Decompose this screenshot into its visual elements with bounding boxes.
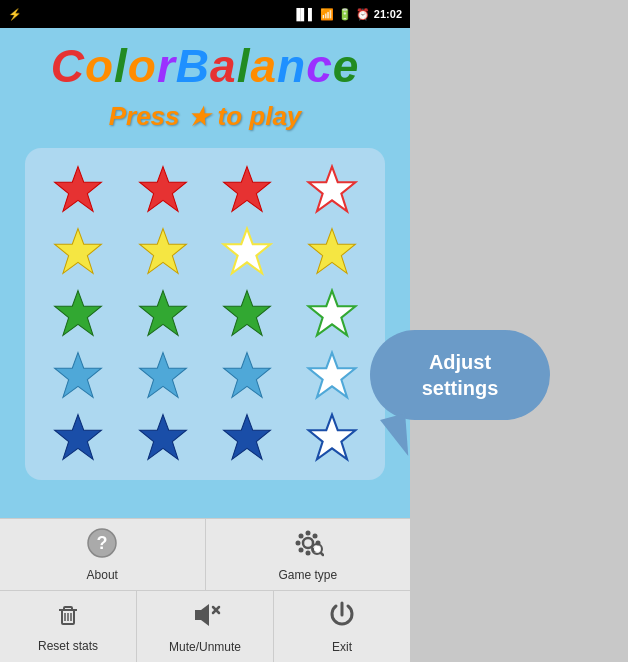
star-cell-r4c2[interactable]: [126, 350, 201, 402]
star-cell-r2c2[interactable]: [126, 226, 201, 278]
time-display: 21:02: [374, 8, 402, 20]
star-cell-r1c1[interactable]: [41, 164, 116, 216]
press-to-play: Press ★ to play: [109, 101, 302, 132]
svg-marker-11: [308, 291, 355, 336]
title-char-c2: c: [306, 40, 333, 92]
star-grid: [41, 164, 369, 464]
bottom-menu: ? About: [0, 518, 410, 662]
app-title: ColorBalance: [51, 39, 360, 93]
menu-row-1: ? About: [0, 519, 410, 591]
svg-marker-7: [308, 229, 355, 274]
title-char-l1: l: [114, 40, 128, 92]
svg-marker-14: [224, 353, 271, 398]
title-char-a1: a: [210, 40, 237, 92]
svg-point-30: [298, 548, 303, 553]
svg-marker-4: [55, 229, 102, 274]
star-cell-r1c3[interactable]: [210, 164, 285, 216]
svg-marker-2: [224, 167, 271, 212]
star-cell-r5c2[interactable]: [126, 412, 201, 464]
title-char-b: B: [176, 40, 210, 92]
press-label: Press: [109, 101, 180, 132]
svg-point-23: [305, 531, 310, 536]
mute-label: Mute/Unmute: [169, 640, 241, 654]
question-icon: ?: [86, 527, 118, 564]
title-char-n: n: [277, 40, 306, 92]
wifi-icon: 📶: [320, 8, 334, 21]
svg-point-29: [312, 534, 317, 539]
svg-marker-5: [139, 229, 186, 274]
svg-point-31: [314, 546, 320, 552]
exit-label: Exit: [332, 640, 352, 654]
status-icons-right: ▐▌▌ 📶 🔋 ⏰ 21:02: [292, 8, 402, 21]
svg-rect-36: [64, 607, 72, 610]
title-char-l2: l: [237, 40, 251, 92]
star-cell-r1c2[interactable]: [126, 164, 201, 216]
star-grid-area: [25, 148, 385, 480]
game-type-label: Game type: [278, 568, 337, 582]
svg-marker-19: [308, 415, 355, 460]
svg-marker-9: [139, 291, 186, 336]
mute-menu-item[interactable]: Mute/Unmute: [137, 591, 274, 662]
star-cell-r4c3[interactable]: [210, 350, 285, 402]
svg-marker-8: [55, 291, 102, 336]
star-cell-r3c3[interactable]: [210, 288, 285, 340]
menu-row-2: Reset stats Mute/Unmute: [0, 591, 410, 662]
status-icons-left: ⚡: [8, 8, 22, 21]
power-icon: [326, 599, 358, 636]
game-type-menu-item[interactable]: Game type: [206, 519, 411, 590]
star-icon: ★: [188, 103, 210, 131]
star-cell-r2c4[interactable]: [295, 226, 370, 278]
about-menu-item[interactable]: ? About: [0, 519, 206, 590]
settings-icon: [292, 527, 324, 564]
svg-line-33: [321, 553, 323, 555]
alarm-icon: ⏰: [356, 8, 370, 21]
reset-stats-menu-item[interactable]: Reset stats: [0, 591, 137, 662]
star-cell-r3c1[interactable]: [41, 288, 116, 340]
star-cell-r2c3[interactable]: [210, 226, 285, 278]
svg-marker-13: [139, 353, 186, 398]
trash-icon: [53, 600, 83, 635]
star-cell-r5c1[interactable]: [41, 412, 116, 464]
battery-icon: 🔋: [338, 8, 352, 21]
signal-icon: ▐▌▌: [292, 8, 315, 20]
speech-bubble: Adjustsettings: [370, 330, 550, 420]
svg-marker-0: [55, 167, 102, 212]
svg-text:?: ?: [97, 533, 108, 553]
star-cell-r3c2[interactable]: [126, 288, 201, 340]
star-cell-r2c1[interactable]: [41, 226, 116, 278]
svg-marker-18: [224, 415, 271, 460]
svg-marker-6: [224, 229, 271, 274]
status-bar: ⚡ ▐▌▌ 📶 🔋 ⏰ 21:02: [0, 0, 410, 28]
title-char-o1: o: [85, 40, 114, 92]
to-play-label: to play: [218, 101, 302, 132]
svg-point-24: [305, 551, 310, 556]
svg-marker-10: [224, 291, 271, 336]
title-char-a2: a: [250, 40, 277, 92]
svg-marker-40: [195, 604, 209, 626]
speech-bubble-container: Adjustsettings: [340, 330, 590, 420]
svg-marker-3: [308, 167, 355, 212]
svg-point-22: [303, 538, 313, 548]
speech-bubble-text: Adjustsettings: [422, 349, 499, 401]
app-body: ColorBalance Press ★ to play: [0, 28, 410, 518]
svg-marker-16: [55, 415, 102, 460]
about-label: About: [87, 568, 118, 582]
exit-menu-item[interactable]: Exit: [274, 591, 410, 662]
title-char-e: e: [333, 40, 360, 92]
svg-marker-17: [139, 415, 186, 460]
star-cell-r5c3[interactable]: [210, 412, 285, 464]
title-char-c: C: [51, 40, 85, 92]
mute-icon: [189, 599, 221, 636]
star-cell-r1c4[interactable]: [295, 164, 370, 216]
title-char-o2: o: [128, 40, 157, 92]
star-cell-r4c1[interactable]: [41, 350, 116, 402]
svg-marker-12: [55, 353, 102, 398]
svg-marker-1: [139, 167, 186, 212]
svg-point-27: [298, 534, 303, 539]
title-container: ColorBalance: [51, 38, 360, 93]
usb-icon: ⚡: [8, 8, 22, 21]
title-char-r: r: [157, 40, 176, 92]
reset-stats-label: Reset stats: [38, 639, 98, 653]
svg-point-25: [295, 541, 300, 546]
